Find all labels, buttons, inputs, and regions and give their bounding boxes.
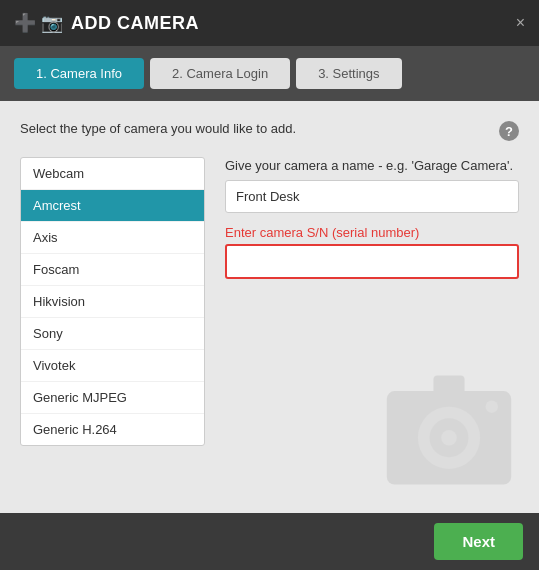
add-camera-window: ➕ 📷 ADD CAMERA × 1. Camera Info 2. Camer…: [0, 0, 539, 570]
camera-list-item-sony[interactable]: Sony: [21, 318, 204, 350]
name-field-group: Give your camera a name - e.g. 'Garage C…: [225, 157, 519, 213]
serial-error-label: Enter camera S/N (serial number): [225, 225, 519, 240]
tab-settings[interactable]: 3. Settings: [296, 58, 401, 89]
tab-camera-info[interactable]: 1. Camera Info: [14, 58, 144, 89]
camera-type-list: Webcam Amcrest Axis Foscam Hikvision Son…: [20, 157, 205, 446]
footer: Next: [0, 513, 539, 570]
camera-list-item-vivotek[interactable]: Vivotek: [21, 350, 204, 382]
camera-list-item-axis[interactable]: Axis: [21, 222, 204, 254]
camera-list-item-generic-mjpeg[interactable]: Generic MJPEG: [21, 382, 204, 414]
description-text: Select the type of camera you would like…: [20, 121, 296, 136]
content-area: Select the type of camera you would like…: [0, 101, 539, 513]
window-title: ADD CAMERA: [71, 13, 199, 34]
tabs-bar: 1. Camera Info 2. Camera Login 3. Settin…: [0, 46, 539, 101]
titlebar: ➕ 📷 ADD CAMERA ×: [0, 0, 539, 46]
titlebar-left: ➕ 📷 ADD CAMERA: [14, 12, 199, 34]
tab-camera-login[interactable]: 2. Camera Login: [150, 58, 290, 89]
serial-field-group: Enter camera S/N (serial number): [225, 225, 519, 279]
main-row: Webcam Amcrest Axis Foscam Hikvision Son…: [20, 157, 519, 446]
help-icon[interactable]: ?: [499, 121, 519, 141]
camera-list-item-amcrest[interactable]: Amcrest: [21, 190, 204, 222]
close-button[interactable]: ×: [516, 15, 525, 31]
camera-serial-input[interactable]: [225, 244, 519, 279]
camera-name-input[interactable]: [225, 180, 519, 213]
next-button[interactable]: Next: [434, 523, 523, 560]
description-row: Select the type of camera you would like…: [20, 121, 519, 141]
camera-list-item-webcam[interactable]: Webcam: [21, 158, 204, 190]
camera-list-item-foscam[interactable]: Foscam: [21, 254, 204, 286]
camera-add-icon: ➕ 📷: [14, 12, 63, 34]
camera-list-item-hikvision[interactable]: Hikvision: [21, 286, 204, 318]
name-label: Give your camera a name - e.g. 'Garage C…: [225, 157, 519, 175]
form-section: Give your camera a name - e.g. 'Garage C…: [225, 157, 519, 446]
camera-list-item-generic-h264[interactable]: Generic H.264: [21, 414, 204, 445]
